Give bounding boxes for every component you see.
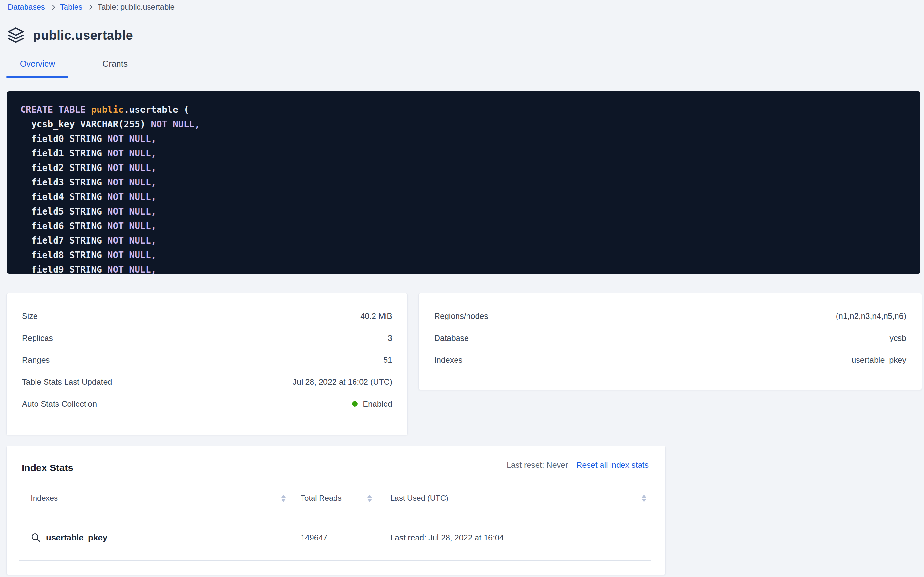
sql-code-line: field1 STRING NOT NULL, (20, 146, 910, 161)
index-stats-title: Index Stats (22, 462, 73, 473)
search-icon (31, 532, 41, 543)
detail-row: Size40.2 MiB (22, 305, 392, 327)
sql-code-line: field6 STRING NOT NULL, (20, 219, 910, 233)
index-name-link[interactable]: usertable_pkey (19, 532, 290, 543)
sql-code-line: field4 STRING NOT NULL, (20, 190, 910, 204)
detail-value: 3 (388, 334, 392, 343)
detail-label: Ranges (22, 355, 50, 365)
index-stats-table: Indexes Total Reads Last Used (UTC) user… (19, 482, 651, 561)
detail-value: 51 (383, 355, 392, 365)
detail-row: Regions/nodes(n1,n2,n3,n4,n5,n6) (434, 305, 906, 327)
detail-row: Databaseycsb (434, 327, 906, 349)
detail-value: (n1,n2,n3,n4,n5,n6) (836, 311, 906, 321)
detail-value: ycsb (890, 334, 906, 343)
sql-code-line: field5 STRING NOT NULL, (20, 204, 910, 219)
page-title: public.usertable (33, 28, 133, 43)
sql-code-line: ycsb_key VARCHAR(255) NOT NULL, (20, 117, 910, 132)
index-name: usertable_pkey (46, 533, 107, 543)
index-stats-card: Index Stats Last reset: Never Reset all … (6, 446, 666, 575)
breadcrumb-current: Table: public.usertable (98, 3, 175, 11)
chevron-right-icon (87, 5, 93, 10)
detail-row: Auto Stats CollectionEnabled (22, 393, 392, 415)
detail-label: Size (22, 311, 38, 321)
table-details-card: Size40.2 MiBReplicas3Ranges51Table Stats… (6, 293, 408, 435)
detail-value: Enabled (352, 399, 392, 409)
sort-icon[interactable] (642, 495, 646, 502)
detail-label: Auto Stats Collection (22, 399, 97, 409)
sql-code-line: field8 STRING NOT NULL, (20, 248, 910, 262)
breadcrumb-link-tables[interactable]: Tables (60, 3, 82, 11)
sort-icon[interactable] (367, 495, 372, 502)
detail-row: Table Stats Last UpdatedJul 28, 2022 at … (22, 371, 392, 393)
last-reset-label: Last reset: Never (506, 460, 568, 473)
total-reads-value: 149647 (290, 533, 376, 542)
detail-label: Regions/nodes (434, 311, 488, 321)
sql-code-line: field3 STRING NOT NULL, (20, 175, 910, 190)
sql-code-line: field9 STRING NOT NULL, (20, 262, 910, 274)
page-header: public.usertable (7, 26, 133, 44)
detail-label: Table Stats Last Updated (22, 377, 112, 387)
column-header-last-used: Last Used (UTC) (390, 494, 448, 503)
tab-divider (6, 81, 920, 81)
detail-label: Indexes (434, 355, 463, 365)
tab-overview[interactable]: Overview (6, 59, 68, 77)
table-topology-card: Regions/nodes(n1,n2,n3,n4,n5,n6)Database… (418, 293, 922, 390)
breadcrumb-link-databases[interactable]: Databases (8, 3, 45, 11)
tab-grants[interactable]: Grants (84, 59, 146, 77)
detail-row: Ranges51 (22, 349, 392, 371)
create-statement-sql: CREATE TABLE public.usertable ( ycsb_key… (20, 102, 910, 274)
detail-row: Indexesusertable_pkey (434, 349, 906, 371)
last-used-value: Last read: Jul 28, 2022 at 16:04 (376, 533, 651, 542)
table-header-row: Indexes Total Reads Last Used (UTC) (19, 482, 651, 515)
detail-row: Replicas3 (22, 327, 392, 349)
create-statement-box: CREATE TABLE public.usertable ( ycsb_key… (7, 92, 920, 274)
table-layers-icon (7, 26, 24, 44)
detail-value: usertable_pkey (852, 355, 906, 365)
reset-index-stats-link[interactable]: Reset all index stats (576, 460, 649, 470)
sql-code-line: field2 STRING NOT NULL, (20, 161, 910, 175)
column-header-indexes: Indexes (31, 494, 58, 503)
detail-label: Replicas (22, 334, 53, 343)
sql-code-line: field7 STRING NOT NULL, (20, 233, 910, 248)
column-header-total-reads: Total Reads (301, 494, 342, 503)
sql-code-line: field0 STRING NOT NULL, (20, 132, 910, 146)
breadcrumb: Databases Tables Table: public.usertable (8, 3, 175, 11)
detail-label: Database (434, 334, 469, 343)
detail-value: Jul 28, 2022 at 16:02 (UTC) (293, 377, 392, 387)
chevron-right-icon (50, 5, 55, 10)
sort-icon[interactable] (281, 495, 286, 502)
detail-value: 40.2 MiB (360, 311, 392, 321)
status-enabled-dot-icon (352, 401, 358, 407)
tab-bar: Overview Grants (6, 59, 146, 77)
table-row: usertable_pkey149647Last read: Jul 28, 2… (19, 515, 651, 561)
sql-code-line: CREATE TABLE public.usertable ( (20, 102, 910, 117)
